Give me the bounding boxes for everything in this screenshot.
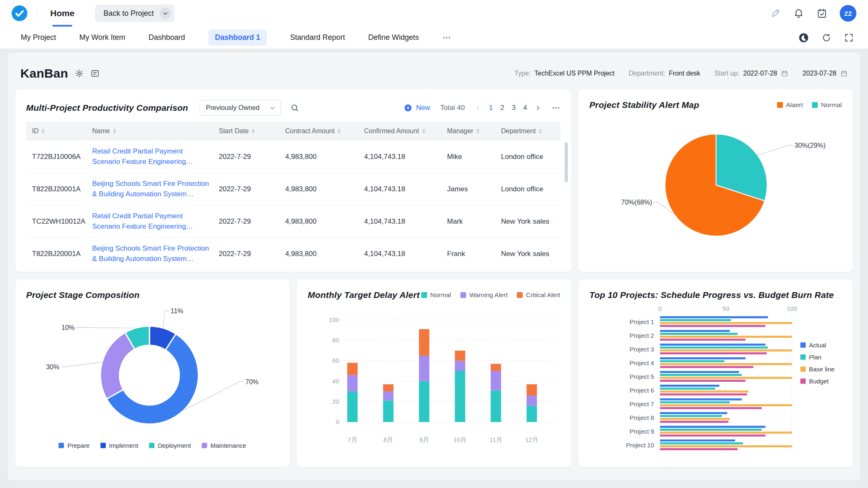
sort-carets-icon[interactable] [252, 129, 255, 134]
cell-name[interactable]: Retail Credit Partial Payment Scenario F… [86, 146, 213, 166]
panel-more-icon[interactable] [551, 103, 560, 112]
cell-name[interactable]: Beijing Schools Smart Fire Protection & … [86, 179, 213, 199]
nav-more-icon[interactable] [442, 33, 451, 42]
monthly-legend-normal[interactable]: Normal [421, 291, 451, 299]
theme-moon-icon[interactable] [798, 32, 809, 43]
pagination-page-1[interactable]: 1 [489, 104, 493, 112]
stability-legend-alaert[interactable]: Alaert [777, 101, 803, 109]
legend-swatch [800, 366, 806, 372]
monthly-bar-normal-11 [491, 390, 501, 422]
calendar-icon[interactable] [781, 70, 788, 77]
pagination-next-icon[interactable] [535, 105, 541, 111]
table-panel-actions: New Total 40 1234 [404, 103, 560, 112]
refresh-icon[interactable] [822, 33, 831, 43]
callout-line [61, 362, 103, 367]
legend-swatch [149, 443, 154, 448]
back-to-project-button[interactable]: Back to Project [95, 5, 174, 22]
cell-name[interactable]: Retail Credit Partial Payment Scenario F… [86, 211, 213, 231]
table-row[interactable]: T822BJ20001ABeijing Schools Smart Fire P… [26, 238, 560, 270]
bar-actual-project-4 [660, 357, 746, 359]
monthly-legend-critical-alert[interactable]: Critical Alert [517, 291, 560, 299]
topbar-left: Home Back to Project [12, 0, 174, 27]
sort-carets-icon[interactable] [422, 129, 425, 134]
stage-slice-label: 11% [171, 307, 183, 315]
pagination-page-2[interactable]: 2 [500, 104, 504, 112]
panel-stage-composition: Project Stage Composition 11%70%30%10% P… [15, 279, 289, 467]
table-row[interactable]: T822BJ20001ABeijing Schools Smart Fire P… [26, 173, 560, 205]
stage-legend-maintenance[interactable]: Maintenance [202, 442, 246, 449]
stage-legend-deployment[interactable]: Deployment [149, 442, 191, 449]
table-row[interactable]: TC22WH10012ARetail Credit Partial Paymen… [26, 205, 560, 238]
gear-icon[interactable] [75, 69, 84, 78]
meta-department: Department: Front desk [628, 70, 700, 77]
sort-carets-icon[interactable] [539, 129, 542, 134]
cell-start-date: 2022-7-29 [213, 153, 279, 161]
owned-filter-select[interactable]: Previously Owned [200, 100, 281, 116]
cell-manager: Frank [441, 250, 495, 258]
nav-tab-dashboard[interactable]: Dashboard [149, 33, 185, 42]
user-avatar[interactable]: ZZ [840, 5, 856, 22]
fullscreen-icon[interactable] [844, 33, 854, 43]
sort-carets-icon[interactable] [337, 129, 341, 134]
column-header-name[interactable]: Name [86, 127, 213, 135]
y-axis-label-project-3: Project 3 [589, 342, 660, 356]
legend-swatch [812, 102, 818, 108]
filter-selected-value: Previously Owned [206, 104, 259, 112]
panel-monthly-delay: Monthly Target Delay Alert NormalWarning… [297, 279, 571, 467]
stage-legend-implement[interactable]: Implement [100, 442, 138, 449]
column-header-contract-amount[interactable]: Contract Amount [279, 127, 358, 135]
type-label: Type: [514, 70, 531, 77]
pagination-prev-icon[interactable] [475, 105, 482, 111]
bar-actual-project-8 [660, 412, 727, 414]
board-settings-icon[interactable] [90, 69, 100, 78]
total-count: Total 40 [440, 104, 465, 112]
bell-icon[interactable] [793, 8, 804, 19]
back-to-project-label: Back to Project [103, 9, 154, 18]
column-header-id[interactable]: ID [26, 127, 86, 135]
tab-home[interactable]: Home [48, 0, 77, 27]
new-button[interactable]: New [404, 104, 430, 112]
sort-carets-icon[interactable] [42, 129, 45, 134]
pagination-page-4[interactable]: 4 [523, 104, 527, 112]
monthly-panel-head: Monthly Target Delay Alert NormalWarning… [308, 290, 560, 300]
pagination: 1234 [475, 104, 541, 112]
table-row[interactable]: T722BJ10006ARetail Credit Partial Paymen… [26, 141, 560, 173]
monthly-bar-normal-9 [419, 381, 430, 422]
stage-legend-prepare[interactable]: Prepare [59, 442, 89, 449]
bar-actual-project-6 [660, 385, 719, 387]
top10-panel-head: Top 10 Projects: Schedule Progress vs. B… [589, 290, 842, 300]
sort-carets-icon[interactable] [113, 129, 116, 134]
todo-calendar-icon[interactable] [817, 8, 827, 19]
table-scrollbar-thumb[interactable] [565, 142, 568, 182]
stability-legend-normal[interactable]: Normal [812, 101, 842, 109]
column-header-start-date[interactable]: Start Date [213, 127, 279, 135]
pagination-page-3[interactable]: 3 [512, 104, 516, 112]
bar-base-line-project-10 [660, 445, 792, 447]
column-header-department[interactable]: Department [495, 127, 560, 135]
nav-tab-define-widgets[interactable]: Define Widgets [368, 33, 419, 42]
column-header-manager[interactable]: Manager [441, 127, 495, 135]
column-header-confirmed-amount[interactable]: Confirmed Amount [358, 127, 441, 135]
nav-tab-dashboard-1[interactable]: Dashboard 1 [208, 29, 267, 46]
calendar-icon[interactable] [840, 70, 848, 77]
nav-tab-standard-report[interactable]: Standard Report [290, 33, 345, 42]
cell-name[interactable]: Beijing Schools Smart Fire Protection & … [86, 244, 213, 264]
sort-carets-icon[interactable] [476, 129, 479, 134]
dashboard-grid: Multi-Project Productivity Comparison Pr… [15, 89, 853, 467]
top10-legend-base-line[interactable]: Base line [800, 366, 835, 373]
top10-legend-actual[interactable]: Actual [800, 342, 835, 349]
bar-budget-project-5 [660, 380, 746, 382]
x-tick-label: 8月 [384, 436, 393, 443]
nav-tab-my-project[interactable]: My Project [21, 33, 56, 42]
bar-plan-project-10 [660, 442, 743, 444]
top10-legend-plan[interactable]: Plan [800, 354, 835, 361]
bar-actual-project-2 [660, 330, 730, 332]
nav-tab-my-work-item[interactable]: My Work Item [79, 33, 125, 42]
app-logo[interactable] [12, 5, 27, 21]
monthly-bar-normal-7 [347, 391, 358, 422]
top10-legend-budget[interactable]: Budget [800, 378, 835, 385]
monthly-legend-warning-alert[interactable]: Warning Alert [460, 291, 508, 299]
search-icon[interactable] [290, 103, 299, 112]
y-tick-label: 0 [336, 418, 339, 425]
pen-icon[interactable] [770, 8, 781, 19]
